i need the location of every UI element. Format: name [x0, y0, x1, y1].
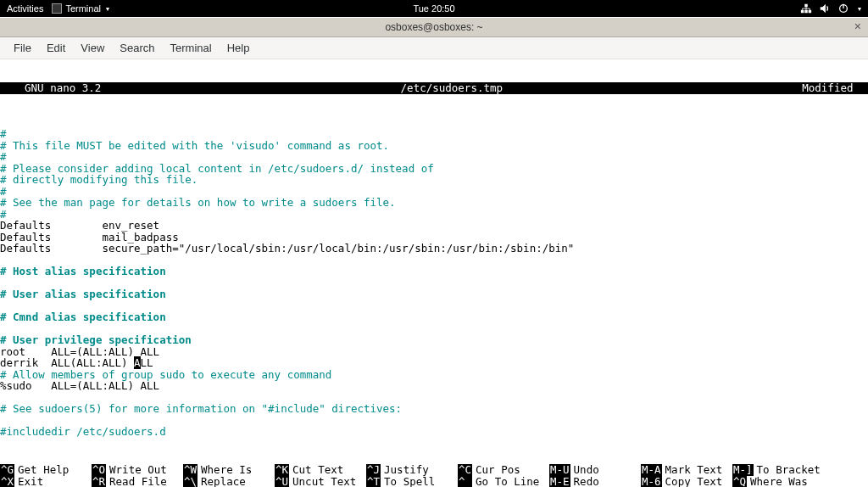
clock[interactable]: Tue 20:50 [413, 3, 454, 14]
editor-line: #includedir /etc/sudoers.d [0, 425, 166, 438]
shortcut-key: ^Q [732, 476, 747, 488]
menu-edit[interactable]: Edit [40, 39, 72, 57]
shortcut: ^XExit [0, 476, 92, 488]
shortcut-key: ^K [275, 464, 289, 476]
shortcut-desc: Justify [381, 464, 429, 476]
close-icon[interactable]: × [854, 20, 861, 32]
shortcut-desc: Where Is [198, 464, 252, 476]
shortcut: M-ERedo [549, 476, 641, 488]
app-menu[interactable]: Terminal ▾ [52, 3, 109, 14]
shortcut: ^KCut Text [275, 464, 366, 476]
svg-rect-1 [804, 10, 808, 14]
shortcut-desc: Cut Text [289, 464, 343, 476]
shortcut-desc: To Spell [381, 476, 435, 488]
shortcut-key: ^X [0, 476, 14, 488]
chevron-down-icon: ▾ [858, 5, 861, 13]
menu-search[interactable]: Search [113, 39, 161, 57]
editor-line: # This file MUST be edited with the 'vis… [0, 139, 389, 152]
shortcut-desc: Replace [198, 476, 246, 488]
window-titlebar[interactable]: osboxes@osboxes: ~ × [0, 17, 868, 37]
menu-terminal[interactable]: Terminal [164, 39, 219, 57]
shortcut: ^TTo Spell [366, 476, 458, 488]
shortcut-key: ^G [0, 464, 14, 476]
shortcut-key: M-] [732, 464, 754, 476]
shortcut-key: ^\ [183, 476, 198, 488]
shortcut: ^JJustify [366, 464, 458, 476]
shortcut-desc: Go To Line [472, 476, 539, 488]
shortcut-key: ^_ [458, 476, 472, 488]
shortcut-key: M-A [641, 464, 662, 476]
shortcut-key: ^T [366, 476, 381, 488]
gnome-top-bar: Activities Terminal ▾ Tue 20:50 ▾ [0, 0, 868, 17]
shortcut: ^GGet Help [0, 464, 92, 476]
shortcut-key: ^J [366, 464, 381, 476]
editor-line: # Cmnd alias specification [0, 311, 166, 323]
shortcut-desc: Write Out [106, 464, 167, 476]
svg-marker-8 [821, 4, 826, 14]
activities-button[interactable]: Activities [7, 3, 43, 14]
shortcut-desc: Exit [14, 476, 43, 488]
shortcut-desc: Undo [570, 464, 599, 476]
shortcut: ^QWhere Was [732, 476, 824, 488]
shortcut: ^CCur Pos [458, 464, 549, 476]
editor-line: # See sudoers(5) for more information on… [0, 402, 402, 415]
shortcut-desc: Read File [106, 476, 167, 488]
nano-filepath: /etc/sudoers.tmp [101, 82, 802, 94]
shortcut: ^RRead File [92, 476, 183, 488]
shortcut-desc: Mark Text [662, 464, 723, 476]
shortcut: ^WWhere Is [183, 464, 275, 476]
shortcut: M-]To Bracket [732, 464, 824, 476]
shortcut-desc: Cur Pos [472, 464, 520, 476]
window-menubar: File Edit View Search Terminal Help [0, 37, 868, 59]
nano-version: GNU nano 3.2 [3, 82, 101, 94]
editor-line: # See the man page for details on how to… [0, 196, 396, 209]
shortcut: ^_Go To Line [458, 476, 549, 488]
chevron-down-icon: ▾ [106, 5, 109, 13]
svg-rect-3 [804, 4, 808, 8]
network-icon [800, 3, 812, 14]
shortcut-desc: Where Was [747, 476, 808, 488]
window-title: osboxes@osboxes: ~ [385, 21, 482, 33]
shortcut-key: ^C [458, 464, 472, 476]
editor-content[interactable]: # # This file MUST be edited with the 'v… [0, 117, 868, 438]
terminal-area[interactable]: GNU nano 3.2 /etc/sudoers.tmp Modified #… [0, 59, 868, 487]
system-tray[interactable]: ▾ [800, 3, 861, 14]
editor-line: # Host alias specification [0, 265, 166, 277]
power-icon [837, 3, 849, 14]
shortcut-key: ^R [92, 476, 106, 488]
editor-line: Defaults secure_path="/usr/local/sbin:/u… [0, 242, 574, 255]
nano-shortcuts: ^GGet Help ^OWrite Out ^WWhere Is ^KCut … [0, 464, 868, 487]
editor-line: # directly modifying this file. [0, 173, 198, 186]
shortcut: ^OWrite Out [92, 464, 183, 476]
menu-file[interactable]: File [7, 39, 38, 57]
editor-line: %sudo ALL=(ALL:ALL) ALL [0, 379, 159, 392]
editor-line: # User alias specification [0, 288, 166, 300]
shortcut-key: ^O [92, 464, 106, 476]
shortcut-desc: To Bracket [754, 464, 821, 476]
shortcut: M-AMark Text [641, 464, 732, 476]
shortcut-key: M-U [549, 464, 570, 476]
shortcut: ^UUncut Text [275, 476, 366, 488]
nano-modified: Modified [802, 82, 865, 94]
shortcut-desc: Copy Text [662, 476, 723, 488]
shortcut-key: ^W [183, 464, 198, 476]
shortcut-key: ^U [275, 476, 289, 488]
shortcut: M-UUndo [549, 464, 641, 476]
shortcut-desc: Uncut Text [289, 476, 356, 488]
shortcut-key: M-6 [641, 476, 662, 488]
nano-header: GNU nano 3.2 /etc/sudoers.tmp Modified [0, 82, 868, 94]
svg-rect-0 [801, 10, 804, 14]
shortcut-key: M-E [549, 476, 570, 488]
menu-view[interactable]: View [74, 39, 111, 57]
volume-icon [819, 3, 831, 14]
terminal-icon [52, 3, 62, 14]
menu-help[interactable]: Help [220, 39, 257, 57]
app-menu-label: Terminal [65, 3, 101, 14]
shortcut: ^\Replace [183, 476, 275, 488]
shortcut: M-6Copy Text [641, 476, 732, 488]
shortcut-desc: Redo [570, 476, 599, 488]
svg-rect-2 [809, 10, 812, 14]
shortcut-desc: Get Help [14, 464, 69, 476]
